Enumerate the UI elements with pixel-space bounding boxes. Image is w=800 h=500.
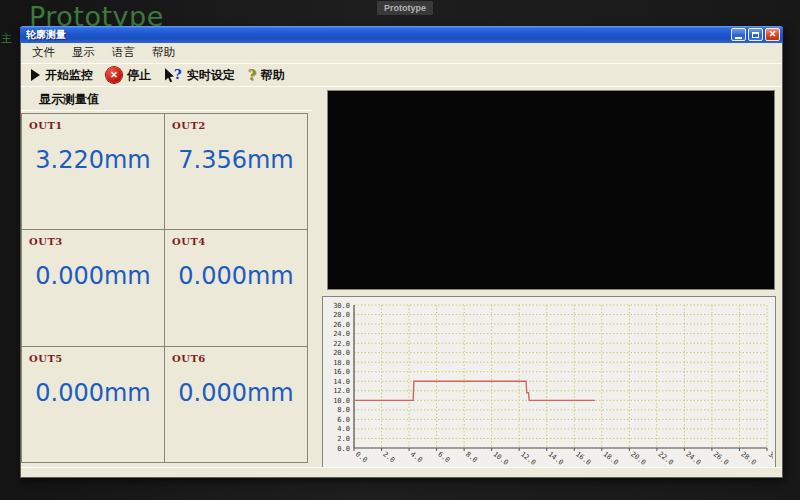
- y-tick-label: 20.0: [333, 349, 350, 357]
- x-tick-label: 26.0: [712, 450, 730, 465]
- menu-item-3[interactable]: 语言: [112, 45, 135, 60]
- x-tick-label: 14.0: [547, 450, 565, 465]
- menu-item-4[interactable]: 帮助: [152, 45, 175, 60]
- profile-chart: 0.02.04.06.08.010.012.014.016.018.020.02…: [323, 297, 773, 465]
- toolbar-label: 停止: [127, 67, 151, 84]
- measurement-cell-out5: OUT50.000mm: [22, 347, 165, 463]
- x-tick-label: 6.0: [436, 450, 451, 464]
- x-tick-label: 28.0: [739, 450, 757, 465]
- menu-bar: 文件显示语言帮助: [21, 43, 782, 62]
- output-value: 3.220mm: [22, 146, 164, 174]
- toolbar-context-help-button[interactable]: ?实时设定: [164, 67, 235, 84]
- toolbar-label: 开始监控: [45, 67, 93, 84]
- output-label: OUT5: [29, 353, 63, 364]
- x-tick-label: 22.0: [657, 450, 675, 465]
- camera-view-panel: [327, 90, 775, 290]
- x-tick-label: 10.0: [491, 450, 509, 465]
- separator: [21, 467, 782, 468]
- app-window: 轮廓测量 ✕ 文件显示语言帮助 开始监控✕停止?实时设定?帮助 显示测量值 OU…: [20, 27, 783, 478]
- laser-profile-image: [328, 91, 772, 287]
- x-tick-label: 30.0: [767, 450, 773, 465]
- x-tick-label: 20.0: [629, 450, 647, 465]
- output-value: 0.000mm: [165, 379, 307, 407]
- y-tick-label: 14.0: [333, 378, 350, 386]
- context-help-icon: ?: [164, 68, 182, 83]
- restore-button[interactable]: [748, 28, 763, 41]
- toolbar-play-button[interactable]: 开始监控: [31, 67, 93, 84]
- toolbar-label: 帮助: [261, 67, 285, 84]
- close-button[interactable]: ✕: [765, 28, 780, 41]
- x-tick-label: 18.0: [602, 450, 620, 465]
- output-value: 7.356mm: [165, 146, 307, 174]
- separator: [21, 86, 782, 87]
- output-value: 0.000mm: [22, 262, 164, 290]
- y-tick-label: 24.0: [333, 330, 350, 338]
- menu-item-1[interactable]: 文件: [32, 45, 55, 60]
- stop-icon: ✕: [106, 67, 122, 83]
- y-tick-label: 26.0: [333, 321, 350, 329]
- y-tick-label: 12.0: [333, 387, 350, 395]
- output-label: OUT6: [172, 353, 206, 364]
- x-tick-label: 8.0: [464, 450, 479, 464]
- output-value: 0.000mm: [165, 262, 307, 290]
- toolbar: 开始监控✕停止?实时设定?帮助: [21, 64, 782, 86]
- minimize-button[interactable]: [731, 28, 746, 41]
- play-icon: [31, 69, 40, 81]
- toolbar-help-button[interactable]: ?帮助: [248, 67, 285, 84]
- measurement-cell-out1: OUT13.220mm: [22, 114, 165, 230]
- measurement-cell-out4: OUT40.000mm: [165, 230, 308, 346]
- output-label: OUT2: [172, 120, 206, 131]
- window-title: 轮廓测量: [26, 28, 729, 42]
- menu-item-2[interactable]: 显示: [72, 45, 95, 60]
- output-label: OUT1: [29, 120, 63, 131]
- y-tick-label: 8.0: [337, 406, 350, 414]
- close-icon: ✕: [769, 30, 777, 39]
- restore-icon: [752, 32, 759, 38]
- measurement-panel-title: 显示测量值: [39, 91, 99, 108]
- minimize-icon: [735, 37, 742, 39]
- y-tick-label: 2.0: [337, 435, 350, 443]
- y-tick-label: 18.0: [333, 359, 350, 367]
- y-tick-label: 16.0: [333, 368, 350, 376]
- output-label: OUT4: [172, 236, 206, 247]
- output-label: OUT3: [29, 236, 63, 247]
- y-tick-label: 28.0: [333, 311, 350, 319]
- help-icon: ?: [248, 68, 256, 82]
- chart-panel: 0.02.04.06.08.010.012.014.016.018.020.02…: [322, 296, 776, 468]
- y-tick-label: 6.0: [337, 416, 350, 424]
- y-tick-label: 22.0: [333, 340, 350, 348]
- x-tick-label: 16.0: [574, 450, 592, 465]
- desktop-partial-text: 主: [1, 31, 12, 46]
- title-bar[interactable]: 轮廓测量 ✕: [20, 26, 783, 43]
- x-tick-label: 24.0: [684, 450, 702, 465]
- output-value: 0.000mm: [22, 379, 164, 407]
- y-tick-label: 30.0: [333, 302, 350, 310]
- toolbar-stop-button[interactable]: ✕停止: [106, 67, 151, 84]
- x-tick-label: 12.0: [519, 450, 537, 465]
- toolbar-label: 实时设定: [187, 67, 235, 84]
- x-tick-label: 4.0: [409, 450, 424, 464]
- desktop-prototype-tab[interactable]: Prototype: [377, 1, 433, 15]
- measurement-cell-out6: OUT60.000mm: [165, 347, 308, 463]
- y-tick-label: 10.0: [333, 397, 350, 405]
- measurement-cell-out2: OUT27.356mm: [165, 114, 308, 230]
- y-tick-label: 4.0: [337, 425, 350, 433]
- measurement-cell-out3: OUT30.000mm: [22, 230, 165, 346]
- x-tick-label: 2.0: [381, 450, 396, 464]
- y-tick-label: 0.0: [337, 445, 350, 453]
- x-tick-label: 0.0: [354, 450, 369, 464]
- measurement-table: OUT13.220mmOUT27.356mmOUT30.000mmOUT40.0…: [21, 113, 308, 463]
- separator: [21, 110, 312, 111]
